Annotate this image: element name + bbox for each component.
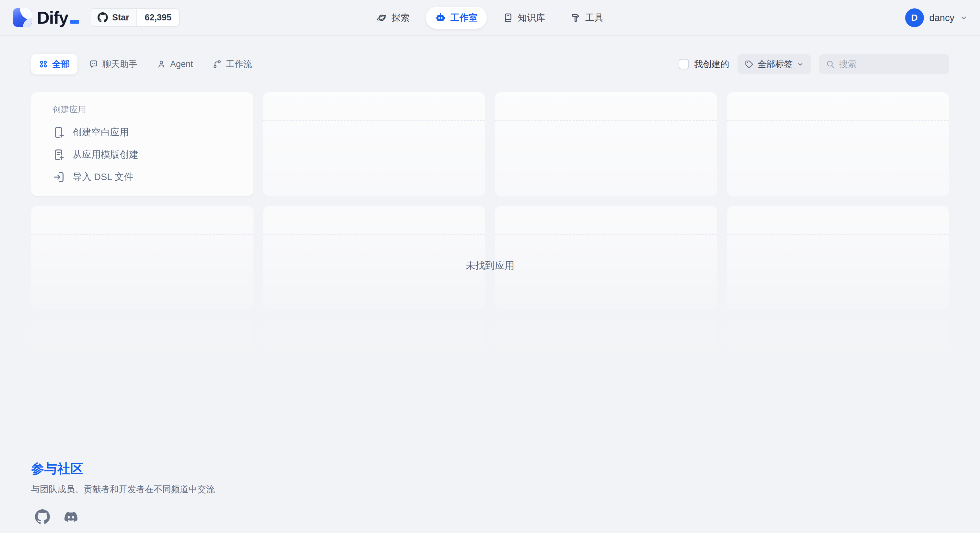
star-count: 62,395 bbox=[137, 13, 180, 23]
nav-label: 工作室 bbox=[450, 12, 478, 24]
create-app-title: 创建应用 bbox=[52, 104, 244, 115]
search-input[interactable] bbox=[839, 59, 942, 69]
create-item-label: 从应用模版创建 bbox=[73, 148, 138, 161]
tab-label: Agent bbox=[170, 59, 193, 69]
import-dsl-button[interactable]: 导入 DSL 文件 bbox=[52, 168, 244, 186]
dify-studio-page: Dify Star 62,395 探索 bbox=[0, 0, 980, 533]
created-by-me-filter[interactable]: 我创建的 bbox=[679, 58, 729, 70]
community-section: 参与社区 与团队成员、贡献者和开发者在不同频道中交流 bbox=[31, 460, 215, 524]
dify-logo-icon bbox=[13, 8, 32, 27]
created-by-me-label: 我创建的 bbox=[694, 58, 729, 70]
grid-dots-icon bbox=[39, 60, 48, 69]
tab-all[interactable]: 全部 bbox=[31, 54, 78, 75]
main-nav: 探索 工作室 知识库 工具 bbox=[368, 0, 612, 36]
book-icon bbox=[503, 13, 513, 23]
app-card-placeholder bbox=[727, 320, 949, 424]
app-card-placeholder bbox=[495, 92, 717, 196]
planet-icon bbox=[377, 13, 387, 23]
nav-label: 探索 bbox=[391, 12, 410, 24]
create-item-label: 导入 DSL 文件 bbox=[73, 171, 133, 184]
chevron-down-icon bbox=[797, 61, 804, 68]
apps-filters: 我创建的 全部标签 bbox=[679, 54, 949, 74]
app-card-placeholder bbox=[495, 206, 717, 310]
account-menu[interactable]: D dancy bbox=[905, 0, 968, 36]
tab-label: 全部 bbox=[52, 58, 70, 70]
workflow-icon bbox=[213, 60, 222, 69]
discord-icon bbox=[63, 510, 79, 523]
github-star-left: Star bbox=[91, 9, 137, 26]
brand-word: Dify bbox=[37, 8, 79, 27]
apps-toolbar: 全部 聊天助手 Agent 工作流 bbox=[31, 54, 949, 75]
import-icon bbox=[52, 171, 65, 184]
search-box[interactable] bbox=[819, 54, 949, 74]
app-card-placeholder bbox=[727, 92, 949, 196]
hammer-icon bbox=[570, 13, 581, 23]
dify-logo[interactable]: Dify bbox=[13, 8, 79, 27]
github-icon bbox=[97, 12, 108, 23]
community-subtitle: 与团队成员、贡献者和开发者在不同频道中交流 bbox=[31, 484, 215, 495]
create-item-label: 创建空白应用 bbox=[73, 126, 129, 139]
tab-workflow[interactable]: 工作流 bbox=[205, 54, 260, 75]
tab-label: 聊天助手 bbox=[102, 58, 137, 70]
brand-name: Dify bbox=[37, 8, 68, 27]
github-star-button[interactable]: Star 62,395 bbox=[90, 8, 180, 27]
app-card-placeholder bbox=[727, 206, 949, 310]
tag-filter-dropdown[interactable]: 全部标签 bbox=[738, 54, 811, 74]
tab-agent[interactable]: Agent bbox=[149, 54, 201, 75]
app-card-placeholder bbox=[31, 320, 253, 424]
app-card-placeholder bbox=[263, 320, 485, 424]
tag-filter-label: 全部标签 bbox=[758, 58, 793, 70]
nav-label: 工具 bbox=[585, 12, 603, 24]
app-type-tabs: 全部 聊天助手 Agent 工作流 bbox=[31, 54, 260, 75]
person-icon bbox=[157, 60, 166, 69]
create-from-template-button[interactable]: 从应用模版创建 bbox=[52, 145, 244, 164]
nav-item-knowledge[interactable]: 知识库 bbox=[494, 7, 554, 29]
community-title: 参与社区 bbox=[31, 460, 215, 477]
brand-underscore bbox=[70, 20, 79, 24]
tag-icon bbox=[745, 60, 754, 69]
search-icon bbox=[826, 60, 835, 69]
nav-item-tools[interactable]: 工具 bbox=[561, 7, 612, 29]
empty-state-message: 未找到应用 bbox=[0, 259, 980, 272]
github-icon bbox=[35, 509, 50, 524]
app-header: Dify Star 62,395 探索 bbox=[0, 0, 980, 36]
star-label: Star bbox=[112, 13, 129, 23]
file-plus-icon bbox=[52, 126, 65, 139]
created-by-me-checkbox[interactable] bbox=[679, 59, 689, 69]
create-blank-app-button[interactable]: 创建空白应用 bbox=[52, 123, 244, 141]
community-links bbox=[31, 509, 215, 524]
app-card-placeholder bbox=[263, 92, 485, 196]
template-plus-icon bbox=[52, 148, 65, 161]
header-left: Dify Star 62,395 bbox=[13, 8, 180, 27]
discord-link[interactable] bbox=[63, 510, 79, 523]
nav-label: 知识库 bbox=[518, 12, 545, 24]
app-grid: 创建应用 创建空白应用 从应用模版创建 导入 DSL 文件 bbox=[31, 92, 949, 424]
app-card-placeholder bbox=[263, 206, 485, 310]
app-card-placeholder bbox=[31, 206, 253, 310]
nav-item-studio[interactable]: 工作室 bbox=[426, 7, 487, 29]
nav-item-explore[interactable]: 探索 bbox=[368, 7, 419, 29]
github-link[interactable] bbox=[35, 509, 50, 524]
tab-label: 工作流 bbox=[226, 58, 252, 70]
username: dancy bbox=[929, 13, 955, 23]
chevron-down-icon bbox=[960, 14, 968, 22]
app-card-placeholder bbox=[495, 320, 717, 424]
chat-bubble-icon bbox=[89, 60, 98, 69]
avatar: D bbox=[905, 8, 924, 27]
tab-chat-assistant[interactable]: 聊天助手 bbox=[81, 54, 145, 75]
robot-icon bbox=[435, 12, 446, 23]
create-app-card: 创建应用 创建空白应用 从应用模版创建 导入 DSL 文件 bbox=[31, 92, 253, 196]
